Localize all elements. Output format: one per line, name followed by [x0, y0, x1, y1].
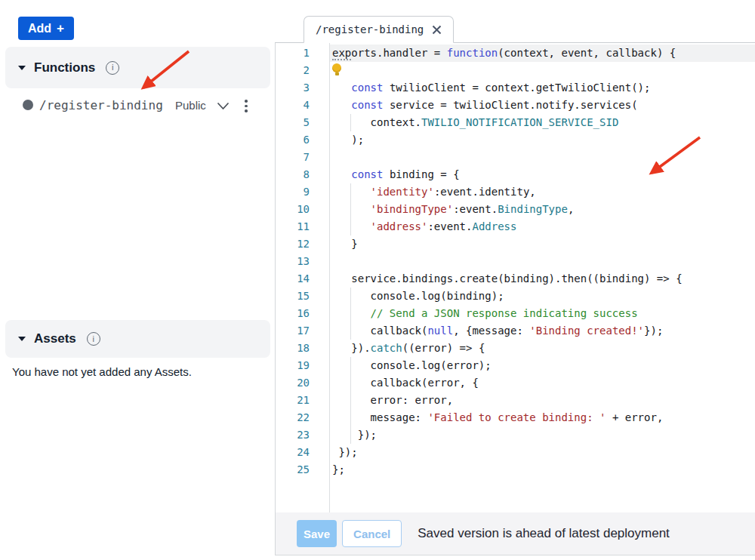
- code-token-k: function: [447, 47, 498, 59]
- code-token-k: const: [351, 82, 383, 94]
- line-number: 18: [276, 340, 329, 357]
- code-token-p: BindingType: [498, 203, 568, 215]
- assets-title: Assets: [34, 331, 76, 346]
- code-line[interactable]: message: 'Failed to create binding: ' + …: [330, 409, 755, 426]
- gutter: 1234567891011121314151617181920212223242…: [276, 43, 330, 512]
- functions-section-header[interactable]: Functions i: [5, 47, 270, 88]
- line-number: 20: [276, 374, 329, 392]
- code-token: ,: [568, 203, 574, 215]
- line-number: 6: [276, 131, 329, 149]
- code-token-p: TWILIO_NOTIFICATION_SERVICE_SID: [421, 116, 618, 128]
- code-line[interactable]: 'identity':event.identity,: [330, 183, 755, 201]
- code-line[interactable]: callback(null, {message: 'Binding create…: [330, 322, 755, 340]
- line-number: 15: [276, 288, 329, 305]
- code-line[interactable]: error: error,: [330, 392, 755, 409]
- visibility-label: Public: [175, 99, 206, 112]
- code-token-s: 'identity': [371, 186, 434, 198]
- tab-register-binding[interactable]: /register-binding: [304, 16, 454, 43]
- line-number: 2: [276, 62, 329, 79]
- line-number: 19: [276, 357, 329, 374]
- code-token: (context, event, callback) {: [498, 47, 676, 59]
- code-token: [332, 82, 351, 94]
- code-line[interactable]: 'address':event.Address: [330, 218, 755, 235]
- line-number: 7: [276, 149, 329, 166]
- code-token: };: [332, 463, 345, 475]
- code-line[interactable]: console.log(binding);: [330, 288, 755, 305]
- code-line[interactable]: }).catch((error) => {: [330, 340, 755, 357]
- deployment-status-text: Saved version is ahead of latest deploym…: [418, 526, 670, 541]
- code-token-s: 'Failed to create binding: ': [427, 411, 606, 423]
- code-token: :event.identity,: [434, 186, 536, 198]
- code-token: });: [332, 429, 377, 441]
- lightbulb-icon[interactable]: [332, 63, 342, 76]
- code-token: callback(: [332, 325, 427, 337]
- code-token-p: catch: [371, 342, 402, 354]
- code-token: service = twilioClient.notify.services(: [383, 99, 637, 111]
- code-token: });: [644, 325, 663, 337]
- save-button[interactable]: Save: [297, 520, 337, 547]
- functions-title: Functions: [34, 60, 95, 75]
- sidebar-item-register-binding[interactable]: /register-binding Public: [0, 88, 275, 122]
- tab-label: /register-binding: [316, 23, 424, 35]
- code-line[interactable]: service.bindings.create(binding).then((b…: [330, 270, 755, 288]
- code-line[interactable]: const binding = {: [330, 166, 755, 183]
- code-token: );: [332, 134, 364, 146]
- code-token: :event.: [427, 220, 472, 232]
- code-token: ((error) => {: [402, 342, 485, 354]
- chevron-down-icon[interactable]: [217, 100, 230, 113]
- code-line[interactable]: exports.handler = function(context, even…: [330, 45, 755, 62]
- code-token: [332, 186, 371, 198]
- tab-bar: /register-binding: [275, 0, 755, 43]
- line-number: 21: [276, 392, 329, 409]
- code-token-s: 'Binding created!': [529, 325, 644, 337]
- code-token: console.log(binding);: [332, 290, 504, 302]
- code-token-k: null: [427, 325, 453, 337]
- code-line[interactable]: });: [330, 444, 755, 461]
- code-line[interactable]: // Send a JSON response indicating succe…: [330, 305, 755, 322]
- kebab-menu-icon[interactable]: [243, 98, 249, 114]
- code-token: binding = {: [383, 168, 459, 180]
- assets-section-header[interactable]: Assets i: [5, 320, 270, 358]
- code-line[interactable]: 'bindingType':event.BindingType,: [330, 201, 755, 218]
- line-number: 14: [276, 270, 329, 288]
- status-dot-icon: [23, 100, 33, 110]
- close-icon[interactable]: [432, 25, 442, 35]
- code-line[interactable]: callback(error, {: [330, 374, 755, 392]
- code-token: });: [332, 446, 358, 458]
- code-line[interactable]: [330, 62, 755, 79]
- editor-pane: /register-binding 1234567891011121314151…: [275, 0, 755, 560]
- code-token: context.: [332, 116, 421, 128]
- code-line[interactable]: const service = twilioClient.notify.serv…: [330, 97, 755, 114]
- line-number: 5: [276, 114, 329, 131]
- line-number: 8: [276, 166, 329, 183]
- line-number: 24: [276, 444, 329, 461]
- function-name: /register-binding: [39, 98, 163, 112]
- code-line[interactable]: );: [330, 131, 755, 149]
- line-number: 11: [276, 218, 329, 235]
- code-lines[interactable]: exports.handler = function(context, even…: [330, 43, 755, 512]
- code-token-c: // Send a JSON response indicating succe…: [371, 307, 638, 319]
- line-number: 13: [276, 253, 329, 270]
- code-line[interactable]: };: [330, 461, 755, 478]
- code-token: }: [332, 238, 358, 250]
- add-button[interactable]: Add +: [18, 17, 74, 40]
- code-editor[interactable]: 1234567891011121314151617181920212223242…: [276, 43, 755, 512]
- cancel-button[interactable]: Cancel: [342, 520, 402, 547]
- line-number: 3: [276, 79, 329, 97]
- code-line[interactable]: context.TWILIO_NOTIFICATION_SERVICE_SID: [330, 114, 755, 131]
- code-line[interactable]: });: [330, 426, 755, 444]
- code-line[interactable]: console.log(error);: [330, 357, 755, 374]
- code-token-s: 'address': [371, 220, 428, 232]
- line-number: 10: [276, 201, 329, 218]
- line-number: 23: [276, 426, 329, 444]
- info-icon[interactable]: i: [87, 332, 100, 346]
- code-token-p: Address: [472, 220, 516, 232]
- info-icon[interactable]: i: [106, 61, 119, 75]
- code-token: [332, 168, 351, 180]
- code-line[interactable]: const twilioClient = context.getTwilioCl…: [330, 79, 755, 97]
- assets-empty-text: You have not yet added any Assets.: [12, 365, 192, 378]
- code-line[interactable]: [330, 253, 755, 270]
- code-line[interactable]: [330, 149, 755, 166]
- code-line[interactable]: }: [330, 235, 755, 253]
- sidebar: Add + Functions i /register-binding Publ…: [0, 0, 275, 560]
